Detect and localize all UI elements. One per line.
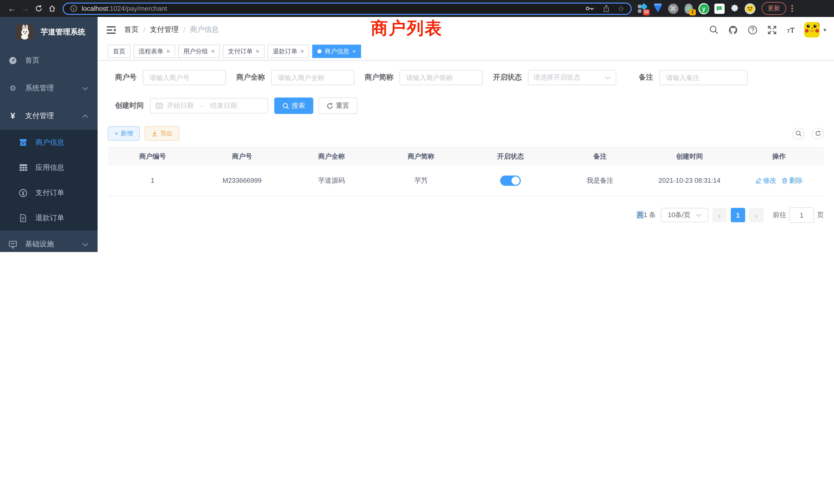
breadcrumb-home[interactable]: 首页: [124, 25, 139, 35]
share-icon[interactable]: [602, 5, 609, 12]
sidebar-toggle-button[interactable]: [106, 25, 116, 35]
browser-profile-avatar[interactable]: [745, 3, 755, 14]
status-toggle[interactable]: [500, 175, 521, 186]
address-bar[interactable]: localhost:1024/pay/merchant ☆: [63, 2, 632, 15]
github-button[interactable]: [728, 25, 738, 35]
app-logo[interactable]: 芋道管理系统: [0, 17, 97, 47]
sidebar-item-payment[interactable]: ¥ 支付管理: [0, 102, 97, 130]
top-navbar: 首页 / 支付管理 / 商户信息: [97, 17, 834, 43]
page-1-button[interactable]: 1: [731, 208, 745, 222]
browser-menu-button[interactable]: [791, 5, 793, 12]
sidebar-item-system[interactable]: ⚙ 系统管理: [0, 74, 97, 102]
tag-merchant-info[interactable]: 商户信息×: [312, 45, 361, 58]
col-header: 商户编号: [108, 152, 197, 161]
fullscreen-button[interactable]: [767, 25, 777, 35]
extension-badge: 10: [643, 9, 650, 16]
show-search-toggle-button[interactable]: [792, 128, 804, 139]
extension-chat-icon[interactable]: [714, 3, 725, 14]
filter-row-2: 创建时间 开始日期 - 结束日期 搜索 重置: [108, 97, 824, 114]
sidebar-item-home[interactable]: 首页: [0, 47, 97, 74]
bookmark-star-icon[interactable]: ☆: [617, 5, 624, 12]
pagination: 共1 条 10条/页 ‹ 1 › 前往 页: [108, 207, 824, 223]
date-separator: -: [201, 102, 203, 110]
sidebar-item-app-info[interactable]: 应用信息: [0, 155, 97, 180]
close-icon[interactable]: ×: [256, 48, 259, 54]
close-icon[interactable]: ×: [167, 48, 170, 54]
extension-badge-orange: 1: [689, 9, 696, 16]
edit-link[interactable]: 修改: [755, 176, 776, 185]
prev-page-button[interactable]: ‹: [712, 208, 727, 222]
close-icon[interactable]: ×: [352, 48, 356, 54]
breadcrumb-separator: /: [183, 26, 185, 34]
extension-blob-icon[interactable]: 1: [683, 3, 694, 14]
cell-actions: 修改 删除: [734, 176, 824, 185]
chat-icon: [714, 3, 724, 14]
cell-id: 1: [108, 177, 197, 184]
add-button[interactable]: + 新增: [108, 126, 140, 141]
sidebar: 芋道管理系统 首页 ⚙ 系统管理 ¥ 支付管理: [0, 17, 97, 252]
tag-flow-form[interactable]: 流程表单×: [133, 45, 175, 58]
next-page-button[interactable]: ›: [749, 208, 764, 222]
export-button[interactable]: 导出: [145, 126, 179, 141]
goto-page-input[interactable]: [789, 207, 814, 223]
help-button[interactable]: [748, 25, 758, 35]
refresh-table-button[interactable]: [812, 128, 824, 139]
extension-command-icon[interactable]: ⌘: [667, 3, 678, 14]
sidebar-item-label: 系统管理: [25, 84, 54, 93]
close-icon[interactable]: ×: [301, 48, 304, 54]
delete-link[interactable]: 删除: [782, 176, 803, 185]
forward-button[interactable]: →: [19, 2, 32, 15]
remark-input[interactable]: [659, 70, 748, 85]
col-header: 商户全称: [287, 152, 376, 161]
gear-icon: ⚙: [9, 84, 17, 92]
refresh-icon: [815, 130, 821, 137]
extensions-puzzle-button[interactable]: [729, 3, 740, 14]
chevron-down-icon: [82, 243, 88, 246]
tag-home[interactable]: 首页: [108, 45, 130, 58]
monitor-icon: [9, 240, 17, 248]
tag-user-group[interactable]: 用户分组×: [178, 45, 220, 58]
full-name-input[interactable]: [271, 70, 354, 85]
tag-refund-order[interactable]: 退款订单×: [267, 45, 309, 58]
back-button[interactable]: ←: [5, 2, 19, 15]
font-size-button[interactable]: TT: [787, 26, 795, 33]
breadcrumb-payment[interactable]: 支付管理: [150, 25, 179, 35]
tag-pay-order[interactable]: 支付订单×: [223, 45, 264, 58]
extension-grid-icon[interactable]: 10: [637, 3, 648, 14]
reload-button[interactable]: [32, 2, 45, 15]
reset-button[interactable]: 重置: [319, 97, 357, 114]
page-size-select[interactable]: 10条/页: [661, 208, 708, 222]
status-select[interactable]: 请选择开启状态: [528, 70, 616, 85]
user-avatar: [805, 22, 820, 38]
table-toolbar: + 新增 导出: [108, 126, 824, 141]
extension-gem-icon[interactable]: [652, 3, 663, 14]
sidebar-item-label: 应用信息: [36, 163, 64, 172]
github-icon: [728, 25, 738, 35]
col-header: 开启状态: [466, 152, 555, 161]
sidebar-item-merchant-info[interactable]: 商户信息: [0, 130, 97, 155]
refresh-icon: [327, 102, 333, 109]
short-name-input[interactable]: [399, 70, 483, 85]
back-icon: ←: [8, 4, 16, 13]
cell-merchant-no: M233666999: [197, 177, 287, 184]
logo-rabbit-image: [17, 24, 34, 39]
sidebar-item-label: 支付订单: [36, 188, 64, 197]
sidebar-item-pay-order[interactable]: 支付订单: [0, 180, 97, 205]
merchant-no-input[interactable]: [143, 70, 226, 85]
user-menu[interactable]: ▾: [805, 22, 826, 38]
date-range-picker[interactable]: 开始日期 - 结束日期: [150, 98, 268, 113]
home-button[interactable]: [45, 2, 59, 15]
annotation-merchant-list: 商户列表: [371, 17, 443, 40]
header-search-button[interactable]: [709, 25, 719, 35]
url-path: :1024/pay/merchant: [108, 5, 167, 12]
close-icon[interactable]: ×: [211, 48, 215, 54]
search-button[interactable]: 搜索: [274, 97, 313, 114]
cell-short-name: 芋艿: [376, 176, 466, 185]
sidebar-item-refund-order[interactable]: 退款订单: [0, 205, 97, 230]
key-icon[interactable]: [585, 6, 594, 11]
browser-update-button[interactable]: 更新: [762, 2, 786, 15]
extension-yudao-icon[interactable]: y: [698, 3, 709, 14]
create-time-label: 创建时间: [115, 101, 144, 110]
sidebar-item-infrastructure[interactable]: 基础设施: [0, 230, 97, 252]
status-label: 开启状态: [493, 73, 522, 82]
